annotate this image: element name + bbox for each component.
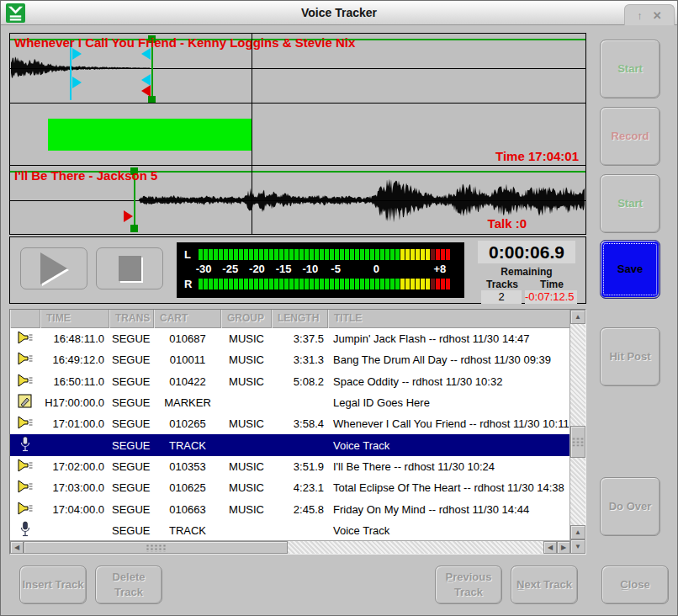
column-header-icon[interactable] bbox=[10, 310, 40, 328]
meter-segment bbox=[340, 279, 344, 289]
meter-segment bbox=[259, 249, 263, 260]
log-row[interactable]: H17:00:00.0SEGUEMARKERLegal ID Goes Here bbox=[10, 392, 570, 413]
play-button[interactable] bbox=[20, 247, 87, 289]
save-button[interactable]: Save bbox=[600, 240, 660, 299]
voice-track-region[interactable] bbox=[48, 119, 252, 151]
meter-segment bbox=[249, 279, 253, 289]
fade-handle-icon[interactable] bbox=[130, 225, 138, 232]
remaining-tracks-label: Tracks bbox=[478, 279, 527, 290]
meter-segment bbox=[274, 249, 278, 260]
scroll-left-button[interactable]: ◀ bbox=[10, 541, 24, 554]
column-header-trans[interactable]: TRANS bbox=[109, 310, 154, 328]
scroll-right-button[interactable]: ▶ bbox=[557, 541, 570, 554]
meter-segment bbox=[244, 279, 248, 289]
next-track-button[interactable]: N̲ext Track bbox=[511, 566, 578, 604]
log-row[interactable]: 16:48:11.0SEGUE010687MUSIC3:37.5Jumpin' … bbox=[10, 328, 570, 349]
stop-icon bbox=[119, 256, 141, 281]
close-window-button[interactable]: ✕ bbox=[653, 10, 662, 21]
scroll-down-button[interactable]: ▼ bbox=[570, 539, 585, 554]
meter-segment bbox=[340, 249, 344, 260]
horizontal-scrollbar[interactable]: ◀ ◀ ▶ bbox=[10, 540, 570, 554]
meter-segment bbox=[431, 249, 435, 260]
fade-handle-icon[interactable] bbox=[148, 96, 156, 104]
log-row[interactable]: 16:49:12.0SEGUE010011MUSIC3:31.3Bang The… bbox=[10, 349, 570, 370]
cell-cart: 010353 bbox=[154, 460, 221, 473]
segue-marker-icon[interactable] bbox=[124, 210, 133, 222]
meter-segment bbox=[380, 249, 384, 260]
shade-window-button[interactable]: ↑ bbox=[637, 10, 643, 21]
start-marker-handle-icon[interactable] bbox=[72, 48, 82, 60]
meter-segment bbox=[204, 279, 208, 289]
meter-segment bbox=[400, 279, 405, 289]
meter-scale: -30-25-20-15-10-50+8 bbox=[199, 263, 453, 276]
meter-segment bbox=[284, 279, 289, 289]
previous-track-button[interactable]: P̲revious Track bbox=[435, 566, 502, 604]
log-row[interactable]: 17:02:00.0SEGUE010353MUSIC3:51.9I'll Be … bbox=[10, 456, 570, 477]
log-row[interactable]: 17:04:00.0SEGUE010663MUSIC2:45.8Friday O… bbox=[10, 498, 570, 519]
log-row[interactable]: SEGUETRACKVoice Track bbox=[10, 434, 570, 455]
meter-segment bbox=[289, 279, 294, 289]
meter-segment bbox=[219, 249, 223, 260]
meter-segment bbox=[315, 249, 319, 260]
end-marker-handle-icon[interactable] bbox=[141, 48, 151, 60]
microphone-icon bbox=[20, 528, 30, 540]
start-track1-button[interactable]: Start bbox=[600, 40, 660, 98]
log-row[interactable]: SEGUETRACKVoice Track bbox=[10, 520, 570, 540]
meter-segment bbox=[365, 249, 369, 260]
column-header-length[interactable]: LENGTH bbox=[272, 310, 328, 328]
meter-segment bbox=[214, 249, 218, 260]
start-track2-button[interactable]: Start bbox=[600, 174, 660, 233]
titlebar[interactable]: Voice Tracker ↑ ✕ bbox=[1, 1, 677, 25]
cell-trans: SEGUE bbox=[109, 375, 154, 388]
cell-time: 17:04:00.0 bbox=[40, 503, 109, 516]
meter-segment bbox=[330, 279, 334, 289]
remaining-time-value: -0:07:12.5 bbox=[525, 290, 577, 304]
vertical-scrollbar[interactable]: ▲ ▲ ▼ bbox=[569, 310, 585, 554]
close-button[interactable]: C̲lose bbox=[601, 566, 669, 604]
end-marker-handle-icon[interactable] bbox=[141, 74, 151, 86]
column-header-cart[interactable]: CART bbox=[154, 310, 221, 328]
stop-button[interactable] bbox=[96, 247, 163, 289]
scroll-up-button[interactable]: ▲ bbox=[570, 310, 585, 324]
voice-track-pane[interactable]: Time 17:04:01 bbox=[10, 104, 585, 166]
log-table: TIME TRANS CART GROUP LENGTH TITLE 16:48… bbox=[9, 309, 586, 555]
scroll-left-button-2[interactable]: ◀ bbox=[543, 541, 557, 554]
record-button[interactable]: Record bbox=[600, 107, 660, 166]
meter-segment bbox=[305, 279, 309, 289]
speaker-icon bbox=[17, 378, 34, 390]
start-marker-handle-icon[interactable] bbox=[72, 77, 82, 88]
cell-trans: SEGUE bbox=[109, 417, 154, 430]
delete-track-button[interactable]: Delete Track bbox=[95, 566, 162, 604]
meter-segment bbox=[385, 249, 389, 260]
hit-post-button[interactable]: Hit Post bbox=[600, 327, 660, 386]
cell-length: 3:31.3 bbox=[272, 353, 328, 366]
horizontal-scroll-thumb[interactable] bbox=[24, 541, 288, 554]
column-header-title[interactable]: TITLE bbox=[328, 310, 570, 328]
meter-segment bbox=[421, 249, 425, 260]
insert-track-button[interactable]: Insert Track bbox=[19, 566, 87, 604]
cell-length: 3:37.5 bbox=[272, 332, 328, 345]
meter-segment bbox=[436, 249, 440, 260]
meter-segment bbox=[219, 279, 223, 289]
meter-segment bbox=[436, 279, 440, 289]
track1-centerline bbox=[10, 68, 585, 69]
meter-segment bbox=[365, 279, 369, 289]
do-over-button[interactable]: Do Over bbox=[600, 477, 660, 536]
vertical-scroll-thumb[interactable] bbox=[570, 426, 585, 458]
column-header-time[interactable]: TIME bbox=[40, 310, 109, 328]
thumb-grip bbox=[572, 438, 585, 447]
meter-segment bbox=[325, 279, 329, 289]
log-row[interactable]: 16:50:11.0SEGUE010422MUSIC5:08.2Space Od… bbox=[10, 371, 570, 392]
track1-pane[interactable]: Whenever I Call You Friend - Kenny Loggi… bbox=[10, 34, 585, 104]
cell-trans: SEGUE bbox=[109, 396, 154, 409]
cell-trans: SEGUE bbox=[109, 439, 154, 452]
track2-pane[interactable]: I'll Be There - Jackson 5 Talk :0 bbox=[10, 167, 585, 234]
log-row[interactable]: 17:03:00.0SEGUE010625MUSIC4:23.1Total Ec… bbox=[10, 477, 570, 498]
meter-segment bbox=[416, 249, 420, 260]
cell-cart: 010625 bbox=[154, 481, 221, 494]
segue-marker-icon[interactable] bbox=[141, 85, 151, 97]
log-row[interactable]: 17:01:00.0SEGUE010265MUSIC3:58.4Whenever… bbox=[10, 413, 570, 434]
scroll-up-button-2[interactable]: ▲ bbox=[570, 525, 585, 539]
cell-title: Friday On My Mind -- rdhost 11/30 14:44 bbox=[328, 503, 570, 516]
column-header-group[interactable]: GROUP bbox=[221, 310, 272, 328]
